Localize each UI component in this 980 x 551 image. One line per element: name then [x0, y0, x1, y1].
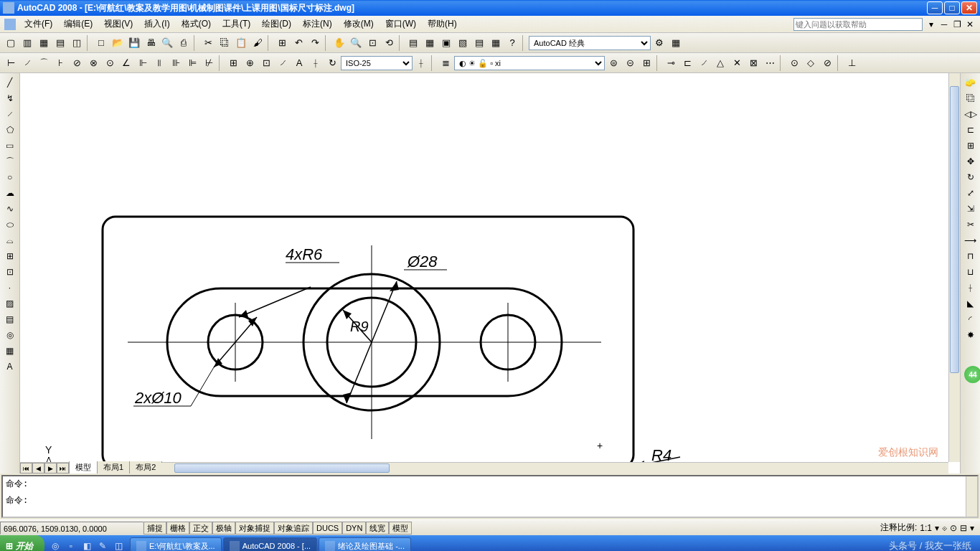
snap-ext-icon[interactable]: ⋯	[762, 55, 778, 71]
snap-quad-icon[interactable]: ◇	[803, 55, 819, 71]
center-icon[interactable]: ⊕	[242, 55, 258, 71]
polar-toggle[interactable]: 极轴	[212, 522, 235, 534]
layer-select[interactable]: ◐ ☀ 🔓 ▫ xi	[454, 56, 605, 70]
dim-break-icon[interactable]: ⊬	[201, 55, 217, 71]
explode-icon[interactable]: ✸	[962, 327, 979, 343]
new-icon[interactable]: ▢	[3, 35, 19, 51]
dim-baseline-icon[interactable]: ⫴	[151, 55, 167, 71]
snap-toggle[interactable]: 捕捉	[143, 522, 166, 534]
tab-layout1[interactable]: 布局1	[97, 461, 130, 474]
dim-jogged-icon[interactable]: ⊗	[85, 55, 101, 71]
snap-tan-icon[interactable]: ⊘	[819, 55, 835, 71]
tolerance-icon[interactable]: ⊞	[225, 55, 241, 71]
snap-temp-icon[interactable]: ⊸	[663, 55, 679, 71]
tab-prev-icon[interactable]: ◀	[32, 463, 44, 474]
stretch-icon[interactable]: ⇲	[962, 201, 979, 217]
dim-continue-icon[interactable]: ⊪	[168, 55, 184, 71]
save-icon[interactable]: 💾	[126, 35, 142, 51]
props-icon[interactable]: ▤	[405, 35, 421, 51]
inspect-icon[interactable]: ⊡	[258, 55, 274, 71]
dim-ordinate-icon[interactable]: ⊦	[52, 55, 68, 71]
rotate-icon[interactable]: ↻	[962, 169, 979, 185]
model-toggle[interactable]: 模型	[389, 522, 412, 534]
snap-end-icon[interactable]: ⟋	[696, 55, 712, 71]
layer-tools-icon[interactable]: ⊞	[639, 55, 654, 71]
tool-palette-icon[interactable]: ◫	[69, 35, 85, 51]
block-make-icon[interactable]: ⊡	[1, 264, 19, 280]
fillet-icon[interactable]: ◜	[962, 311, 979, 327]
menu-format[interactable]: 格式(O)	[176, 17, 217, 32]
insert-icon[interactable]: ⊞	[1, 248, 19, 264]
tab-layout2[interactable]: 布局2	[129, 461, 162, 474]
dim-radius-icon[interactable]: ⊘	[69, 55, 85, 71]
open-icon[interactable]: 📂	[110, 35, 126, 51]
dim-angular-icon[interactable]: ∠	[118, 55, 134, 71]
task-doc[interactable]: 绪论及绘图基础 -...	[319, 537, 411, 551]
paste-icon[interactable]: 📋	[233, 35, 249, 51]
menu-window[interactable]: 窗口(W)	[380, 17, 422, 32]
point-icon[interactable]: ·	[1, 280, 19, 296]
revcloud-icon[interactable]: ☁	[1, 185, 19, 201]
match-icon[interactable]: 🖌	[250, 35, 265, 51]
trim-icon[interactable]: ✂	[962, 217, 979, 232]
ql-icon-2[interactable]: ▫	[65, 540, 77, 551]
dim-aligned-icon[interactable]: ⟋	[19, 55, 35, 71]
table-icon[interactable]: ▦	[1, 343, 19, 359]
mtext-icon[interactable]: A	[1, 359, 19, 375]
copy-icon[interactable]: ⿻	[217, 35, 232, 51]
region-icon[interactable]: ◎	[1, 327, 19, 343]
spline-icon[interactable]: ∿	[1, 201, 19, 217]
ql-icon-4[interactable]: ✎	[96, 540, 109, 551]
chamfer-icon[interactable]: ◣	[962, 296, 979, 311]
jog-linear-icon[interactable]: ⟋	[275, 55, 291, 71]
mdi-restore-icon[interactable]: ❐	[951, 19, 963, 30]
menu-view[interactable]: 视图(V)	[98, 17, 138, 32]
otrack-toggle[interactable]: 对象追踪	[274, 522, 313, 534]
ql-icon-1[interactable]: ◎	[49, 540, 62, 551]
redo-icon[interactable]: ↷	[307, 35, 323, 51]
dim-linear-icon[interactable]: ⊢	[3, 55, 19, 71]
status-tray-icon[interactable]: ▾	[970, 523, 974, 533]
ortho-toggle[interactable]: 正交	[189, 522, 212, 534]
tab-first-icon[interactable]: ⏮	[20, 463, 32, 474]
start-button[interactable]: 开始	[0, 535, 44, 551]
hatch-icon[interactable]: ▨	[1, 296, 19, 311]
dim-quick-icon[interactable]: ⊩	[135, 55, 151, 71]
tab-model[interactable]: 模型	[69, 461, 98, 474]
ql-icon-5[interactable]: ◫	[112, 540, 125, 551]
workspace-select[interactable]: AutoCAD 经典	[529, 36, 651, 50]
snap-perp-icon[interactable]: ⊥	[844, 55, 859, 71]
layout-icon[interactable]: ▦	[36, 35, 52, 51]
menu-dim[interactable]: 标注(N)	[297, 17, 338, 32]
coordinates[interactable]: 696.0076, 1509.0130, 0.0000	[0, 522, 143, 534]
move-icon[interactable]: ✥	[962, 154, 979, 169]
command-window[interactable]: 命令: 命令:	[1, 475, 979, 518]
line-icon[interactable]: ╱	[1, 75, 19, 90]
menu-draw[interactable]: 绘图(D)	[256, 17, 297, 32]
break-pt-icon[interactable]: ⊓	[962, 248, 979, 264]
snap-from-icon[interactable]: ⊏	[679, 55, 695, 71]
mdi-close-icon[interactable]: ✕	[964, 19, 976, 30]
pan-icon[interactable]: ✋	[331, 35, 347, 51]
menu-modify[interactable]: 修改(M)	[338, 17, 380, 32]
ql-icon-3[interactable]: ◧	[80, 540, 93, 551]
preview-icon[interactable]: 🔍	[159, 35, 175, 51]
ws-settings-icon[interactable]: ⚙	[651, 35, 667, 51]
qcalc-icon[interactable]: ▦	[488, 35, 504, 51]
maximize-button[interactable]: □	[944, 1, 960, 14]
circle-icon[interactable]: ○	[1, 169, 19, 185]
dim-space-icon[interactable]: ⊫	[184, 55, 200, 71]
snap-appint-icon[interactable]: ⊠	[745, 55, 761, 71]
zoom-rt-icon[interactable]: 🔍	[348, 35, 364, 51]
pline-icon[interactable]: ⟋	[1, 106, 19, 122]
drawing-canvas[interactable]: 4xR6 Ø28 R9 2xØ10 R4 +	[20, 73, 960, 474]
menu-edit[interactable]: 编辑(E)	[58, 17, 98, 32]
sheet-set-icon[interactable]: ▤	[52, 35, 68, 51]
anno-vis-icon[interactable]: ⟐	[942, 523, 947, 533]
dim-tedit-icon[interactable]: ⟊	[308, 55, 324, 71]
dimstyle-select[interactable]: ISO-25	[341, 56, 413, 70]
minimize-button[interactable]: ─	[927, 1, 943, 14]
snap-int-icon[interactable]: ✕	[729, 55, 745, 71]
dcenter-icon[interactable]: ▦	[422, 35, 438, 51]
qnew-icon[interactable]: □	[93, 35, 109, 51]
